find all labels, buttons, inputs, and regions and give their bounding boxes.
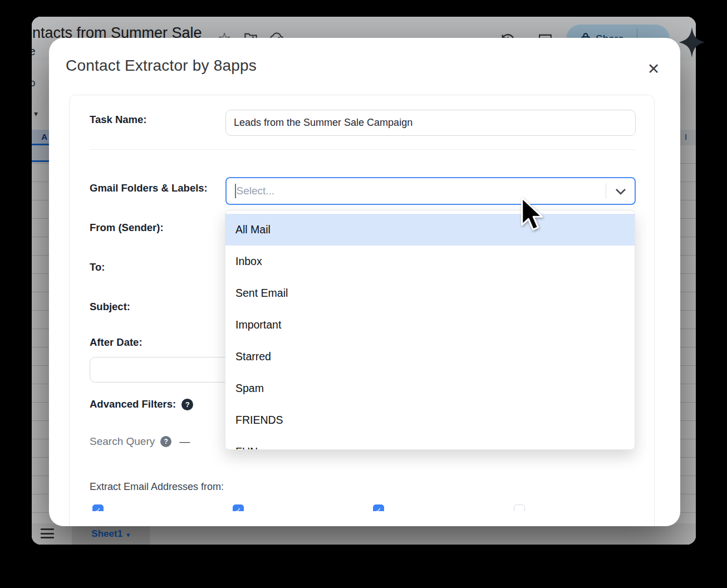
dropdown-option-inbox[interactable]: Inbox bbox=[225, 246, 635, 277]
advanced-filters-label: Advanced Filters: bbox=[90, 398, 176, 410]
screen: ontacts from Summer Sale ☆ bbox=[0, 0, 727, 588]
search-query-row: Search Query ? — bbox=[90, 435, 190, 448]
dropdown-option-fun[interactable]: FUN bbox=[225, 436, 635, 450]
from-sender-label: From (Sender): bbox=[90, 222, 164, 234]
select-chevron-zone[interactable] bbox=[606, 183, 635, 199]
dropdown-option-friends[interactable]: FRIENDS bbox=[225, 404, 635, 436]
section-divider bbox=[90, 149, 635, 150]
gmail-folders-dropdown: All MailInboxSent EmailImportantStarredS… bbox=[225, 210, 635, 450]
extract-checkbox-2[interactable]: ✓ bbox=[233, 504, 244, 511]
close-icon[interactable]: ✕ bbox=[644, 59, 664, 79]
gemini-sparkle-icon[interactable] bbox=[679, 27, 705, 60]
select-placeholder: Select... bbox=[237, 185, 275, 197]
extract-checkbox-3[interactable]: ✓ bbox=[373, 504, 384, 511]
mouse-cursor bbox=[520, 197, 546, 235]
dropdown-option-sent-email[interactable]: Sent Email bbox=[225, 277, 635, 309]
chevron-down-icon bbox=[615, 188, 626, 195]
search-query-value-dash: — bbox=[179, 435, 190, 448]
text-caret bbox=[235, 184, 236, 198]
dropdown-option-spam[interactable]: Spam bbox=[225, 373, 635, 404]
extract-checkbox-1[interactable]: ✓ bbox=[92, 504, 104, 511]
gmail-folders-label: Gmail Folders & Labels: bbox=[90, 182, 208, 194]
extract-checkbox-4[interactable] bbox=[514, 504, 525, 511]
search-query-label: Search Query bbox=[90, 435, 155, 448]
advanced-filters-row: Advanced Filters: ? bbox=[90, 398, 193, 410]
subject-label: Subject: bbox=[90, 301, 130, 313]
extract-checkbox-row: ✓✓✓ bbox=[70, 504, 654, 511]
dialog-title: Contact Extractor by 8apps bbox=[66, 57, 257, 75]
dropdown-option-starred[interactable]: Starred bbox=[225, 341, 635, 373]
help-icon[interactable]: ? bbox=[160, 436, 171, 447]
help-icon[interactable]: ? bbox=[181, 399, 193, 410]
task-name-input[interactable] bbox=[225, 110, 636, 136]
dropdown-option-important[interactable]: Important bbox=[225, 309, 635, 341]
extract-from-label: Extract Email Addresses from: bbox=[90, 481, 224, 493]
to-label: To: bbox=[90, 261, 105, 273]
contact-extractor-dialog: Contact Extractor by 8apps ✕ Task Name: … bbox=[49, 38, 680, 526]
task-name-label: Task Name: bbox=[90, 114, 146, 126]
after-date-label: After Date: bbox=[90, 336, 143, 349]
gmail-folders-select[interactable]: Select... bbox=[225, 177, 636, 205]
dropdown-option-all-mail[interactable]: All Mail bbox=[225, 214, 635, 246]
